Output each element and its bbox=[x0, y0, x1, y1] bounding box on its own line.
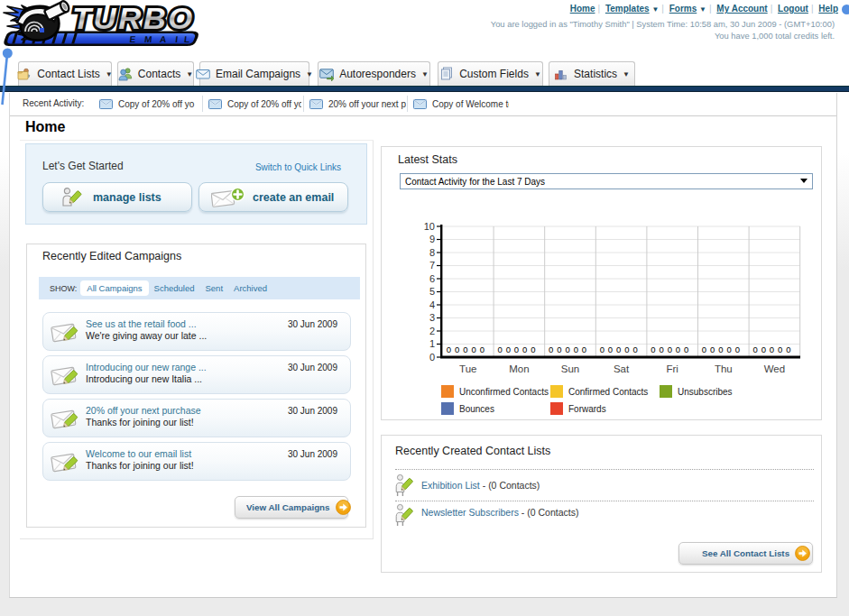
svg-text:4: 4 bbox=[429, 299, 435, 310]
svg-text:0: 0 bbox=[574, 345, 578, 354]
svg-text:M: M bbox=[143, 34, 152, 44]
svg-text:0: 0 bbox=[506, 345, 511, 354]
svg-text:0: 0 bbox=[514, 345, 519, 354]
svg-text:6: 6 bbox=[429, 273, 435, 284]
svg-text:0: 0 bbox=[480, 345, 484, 354]
svg-text:Wed: Wed bbox=[764, 363, 785, 374]
svg-text:0: 0 bbox=[429, 352, 435, 363]
svg-text:0: 0 bbox=[659, 345, 663, 354]
svg-text:0: 0 bbox=[565, 345, 569, 354]
svg-text:3: 3 bbox=[429, 312, 435, 323]
svg-text:2: 2 bbox=[429, 326, 435, 336]
svg-text:0: 0 bbox=[668, 345, 672, 354]
svg-text:0: 0 bbox=[676, 345, 680, 354]
svg-text:0: 0 bbox=[726, 345, 731, 354]
svg-text:0: 0 bbox=[684, 345, 688, 354]
svg-text:0: 0 bbox=[735, 345, 740, 354]
svg-text:9: 9 bbox=[429, 234, 435, 244]
svg-text:L: L bbox=[184, 34, 190, 44]
svg-text:0: 0 bbox=[471, 345, 475, 354]
svg-text:8: 8 bbox=[429, 247, 435, 258]
svg-text:0: 0 bbox=[549, 345, 553, 354]
svg-text:0: 0 bbox=[455, 345, 459, 354]
svg-text:0: 0 bbox=[497, 345, 502, 354]
svg-text:Thu: Thu bbox=[715, 363, 733, 374]
svg-text:Fri: Fri bbox=[666, 363, 678, 374]
svg-text:0: 0 bbox=[582, 345, 586, 354]
svg-text:0: 0 bbox=[608, 345, 613, 354]
svg-text:0: 0 bbox=[463, 345, 467, 354]
svg-text:7: 7 bbox=[429, 260, 435, 271]
svg-text:0: 0 bbox=[778, 345, 782, 354]
svg-text:0: 0 bbox=[651, 345, 655, 354]
svg-text:0: 0 bbox=[702, 345, 706, 354]
svg-text:0: 0 bbox=[761, 345, 766, 354]
svg-text:Sat: Sat bbox=[614, 363, 630, 374]
svg-text:TURBO: TURBO bbox=[72, 2, 195, 36]
svg-text:0: 0 bbox=[522, 345, 527, 354]
svg-text:1: 1 bbox=[429, 338, 435, 349]
svg-text:10: 10 bbox=[424, 221, 435, 232]
svg-text:0: 0 bbox=[718, 345, 723, 354]
svg-text:0: 0 bbox=[752, 345, 757, 354]
svg-text:5: 5 bbox=[429, 286, 435, 297]
svg-text:0: 0 bbox=[632, 345, 637, 354]
svg-text:0: 0 bbox=[531, 345, 535, 354]
svg-text:0: 0 bbox=[786, 345, 790, 354]
svg-text:0: 0 bbox=[600, 345, 604, 354]
svg-text:0: 0 bbox=[616, 345, 621, 354]
svg-text:0: 0 bbox=[710, 345, 715, 354]
svg-text:Mon: Mon bbox=[509, 363, 529, 374]
svg-text:Tue: Tue bbox=[459, 363, 476, 374]
svg-text:A: A bbox=[160, 34, 167, 44]
svg-text:0: 0 bbox=[447, 345, 451, 354]
svg-text:0: 0 bbox=[770, 345, 774, 354]
svg-text:0: 0 bbox=[624, 345, 629, 354]
svg-text:0: 0 bbox=[557, 345, 561, 354]
svg-text:Sun: Sun bbox=[561, 363, 579, 374]
